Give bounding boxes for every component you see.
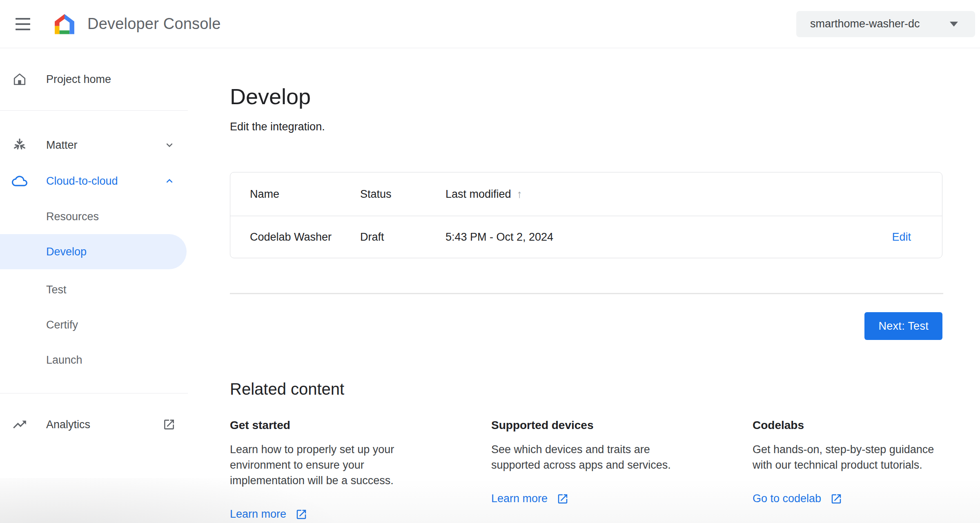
project-selector-value: smarthome-washer-dc [810, 18, 920, 30]
project-selector-dropdown[interactable]: smarthome-washer-dc [796, 11, 975, 37]
go-to-codelab-link[interactable]: Go to codelab [753, 492, 842, 505]
next-test-button[interactable]: Next: Test [864, 312, 942, 340]
page-subtitle: Edit the integration. [230, 121, 963, 133]
card-title: Codelabs [753, 419, 963, 432]
matter-icon [11, 138, 28, 152]
open-in-new-icon [830, 493, 842, 505]
card-body: See which devices and traits are support… [491, 442, 695, 473]
open-in-new-icon [163, 418, 176, 431]
sidebar-nav: Project home Matter [0, 48, 188, 523]
sidebar-item-label: Project home [46, 73, 111, 86]
sidebar-item-cloud-to-cloud[interactable]: Cloud-to-cloud [0, 163, 188, 199]
open-in-new-icon [557, 493, 569, 505]
sidebar-item-test[interactable]: Test [0, 272, 188, 307]
sidebar-divider [0, 110, 188, 111]
section-divider [230, 293, 943, 294]
menu-icon[interactable] [16, 18, 30, 30]
learn-more-link[interactable]: Learn more [491, 492, 569, 505]
cell-status: Draft [360, 231, 445, 244]
sidebar-item-label: Analytics [46, 418, 90, 431]
sidebar-item-label: Cloud-to-cloud [46, 175, 118, 188]
sidebar-item-launch[interactable]: Launch [0, 342, 188, 378]
page-title: Develop [230, 84, 963, 109]
edit-link[interactable]: Edit [892, 231, 911, 244]
google-home-logo-icon [53, 12, 76, 36]
sidebar-item-label: Matter [46, 139, 78, 152]
card-body: Get hands-on, step-by-step guidance with… [753, 442, 936, 473]
related-content-heading: Related content [230, 380, 963, 398]
card-title: Supported devices [491, 419, 702, 432]
sidebar-item-project-home[interactable]: Project home [0, 61, 188, 97]
sidebar-item-matter[interactable]: Matter [0, 127, 188, 163]
card-supported-devices: Supported devices See which devices and … [491, 419, 702, 521]
learn-more-link[interactable]: Learn more [230, 508, 307, 521]
table-row: Codelab Washer Draft 5:43 PM - Oct 2, 20… [230, 216, 942, 258]
integrations-table: Name Status Last modified↑ Codelab Washe… [230, 172, 942, 258]
cloud-icon [11, 173, 28, 189]
chevron-down-icon [163, 139, 176, 151]
app-title: Developer Console [87, 15, 221, 33]
card-title: Get started [230, 419, 440, 432]
related-content-cards: Get started Learn how to properly set up… [230, 419, 963, 521]
trending-up-icon [11, 417, 28, 432]
column-header-last-modified[interactable]: Last modified↑ [445, 188, 911, 201]
sidebar-item-develop[interactable]: Develop [0, 234, 187, 269]
column-header-name[interactable]: Name [250, 188, 360, 201]
home-icon [11, 72, 28, 87]
table-header-row: Name Status Last modified↑ [230, 172, 942, 216]
sidebar-item-analytics[interactable]: Analytics [0, 408, 188, 441]
main-content: Develop Edit the integration. Name Statu… [188, 48, 980, 523]
chevron-up-icon [163, 175, 176, 187]
card-body: Learn how to properly set up your enviro… [230, 442, 422, 488]
open-in-new-icon [295, 508, 307, 521]
sidebar-item-certify[interactable]: Certify [0, 307, 188, 342]
card-codelabs: Codelabs Get hands-on, step-by-step guid… [753, 419, 963, 521]
card-get-started: Get started Learn how to properly set up… [230, 419, 440, 521]
column-header-status[interactable]: Status [360, 188, 445, 201]
top-app-bar: Developer Console smarthome-washer-dc [0, 0, 980, 48]
sort-ascending-icon: ↑ [517, 188, 523, 200]
dropdown-caret-icon [949, 21, 959, 27]
cell-last-modified: 5:43 PM - Oct 2, 2024 [445, 231, 892, 244]
sidebar-divider [0, 393, 188, 393]
cell-name: Codelab Washer [250, 231, 360, 244]
sidebar-item-resources[interactable]: Resources [0, 199, 188, 234]
